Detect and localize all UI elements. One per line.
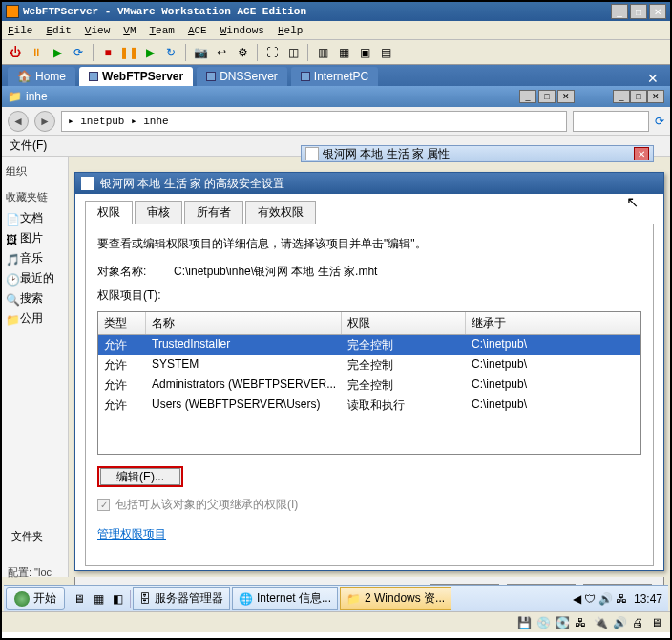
vmware-icon [6, 5, 19, 18]
server-icon: 🗄 [139, 592, 151, 606]
tray-icon[interactable]: 🛡 [584, 592, 596, 606]
outer-close[interactable]: ✕ [647, 90, 664, 103]
sidebar-item-music[interactable]: 🎵音乐 [6, 248, 64, 268]
display-icon[interactable]: 🖥 [651, 616, 664, 629]
printer-icon[interactable]: 🖨 [632, 616, 645, 629]
summary-icon[interactable]: ▦ [334, 43, 353, 62]
search-input[interactable] [573, 111, 649, 132]
adv-titlebar[interactable]: 银河网 本地 生活 家 的高级安全设置 [75, 173, 663, 194]
tab-effective[interactable]: 有效权限 [245, 201, 316, 224]
table-row[interactable]: 允许Administrators (WEBFTPSERVER...完全控制C:\… [98, 375, 640, 395]
unity-icon[interactable]: ◫ [284, 43, 303, 62]
task-iis[interactable]: 🌐Internet 信息... [232, 587, 338, 610]
sidebar-item-recent[interactable]: 🕑最近的 [6, 268, 64, 288]
organize-heading: 组织 [6, 164, 64, 179]
sidebar-icon[interactable]: ▥ [313, 43, 332, 62]
vmware-toolbar: ⏻ ⏸ ▶ ⟳ ■ ❚❚ ▶ ↻ 📷 ↩ ⚙ ⛶ ◫ ▥ ▦ ▣ ▤ [2, 40, 670, 65]
floppy-icon[interactable]: 💽 [556, 616, 569, 629]
table-row[interactable]: 允许SYSTEM完全控制C:\inetpub\ [98, 355, 640, 375]
tab-audit[interactable]: 审核 [135, 201, 182, 224]
stop-icon[interactable]: ■ [98, 43, 117, 62]
task-explorer-group[interactable]: 📁2 Windows 资... [340, 587, 452, 610]
tab-internetpc[interactable]: InternetPC [291, 67, 378, 86]
outer-minimize[interactable]: _ [613, 90, 630, 103]
snapshot-icon[interactable]: 📷 [191, 43, 210, 62]
menu-vm[interactable]: VM [123, 25, 136, 36]
col-inherited[interactable]: 继承于 [466, 312, 640, 334]
tray-icon[interactable]: 🖧 [616, 592, 627, 606]
clock[interactable]: 13:47 [634, 592, 662, 606]
sidebar-item-public[interactable]: 📁公用 [6, 309, 64, 329]
tab-permissions[interactable]: 权限 [85, 201, 133, 224]
forward-button[interactable]: ► [34, 111, 55, 132]
start-button[interactable]: 开始 [6, 587, 65, 610]
col-name[interactable]: 名称 [146, 312, 342, 334]
suspend-icon[interactable]: ⏸ [27, 43, 46, 62]
include-label: 包括可从该对象的父项继承的权限(I) [116, 497, 298, 513]
refresh-icon[interactable]: ⟳ [655, 115, 664, 128]
show-desktop-icon[interactable]: 🖥 [71, 590, 88, 608]
revert-icon[interactable]: ↩ [212, 43, 231, 62]
folder-icon: 📁 [346, 592, 361, 606]
pause-icon[interactable]: ❚❚ [119, 43, 138, 62]
outer-maximize[interactable]: □ [630, 90, 647, 103]
tab-dnsserver[interactable]: DNSServer [197, 67, 287, 86]
hdd-icon[interactable]: 💾 [517, 616, 531, 629]
minimize-button[interactable]: _ [611, 4, 628, 19]
sidebar-item-docs[interactable]: 📄文档 [6, 208, 64, 228]
explorer-title: inhe [26, 90, 519, 103]
back-button[interactable]: ◄ [8, 111, 29, 132]
fullscreen-icon[interactable]: ⛶ [262, 43, 282, 62]
tab-owner[interactable]: 所有者 [184, 201, 243, 224]
tab-home[interactable]: 🏠Home [8, 67, 75, 86]
nic-icon[interactable]: 🖧 [575, 616, 588, 629]
menu-windows[interactable]: Windows [220, 25, 264, 36]
sound-icon[interactable]: 🔊 [613, 616, 626, 629]
quick-icon[interactable]: ▤ [376, 43, 395, 62]
manage-icon[interactable]: ⚙ [233, 43, 252, 62]
include-inherit-checkbox-row: ✓ 包括可从该对象的父项继承的权限(I) [97, 497, 641, 513]
console-icon[interactable]: ▣ [355, 43, 374, 62]
restart-icon[interactable]: ↻ [161, 43, 180, 62]
power-on-icon[interactable]: ▶ [48, 43, 67, 62]
reset-icon[interactable]: ⟳ [69, 43, 88, 62]
properties-dialog-titlebar[interactable]: 银河网 本地 生活 家 属性 ✕ [301, 145, 654, 162]
tab-close-button[interactable]: ✕ [641, 71, 664, 86]
close-button[interactable]: ✕ [649, 4, 666, 19]
windows-taskbar: 开始 🖥 ▦ ◧ 🗄服务器管理器 🌐Internet 信息... 📁2 Wind… [4, 585, 668, 611]
tray-icon[interactable]: 🔊 [598, 592, 613, 606]
menu-file[interactable]: File [8, 25, 32, 36]
edit-button-highlight: 编辑(E)... [97, 466, 183, 487]
menu-ace[interactable]: ACE [188, 25, 207, 36]
sidebar-item-pics[interactable]: 🖼图片 [6, 228, 64, 248]
power-off-icon[interactable]: ⏻ [6, 43, 25, 62]
edit-button[interactable]: 编辑(E)... [100, 468, 180, 485]
menu-team[interactable]: Team [149, 25, 174, 36]
task-server-manager[interactable]: 🗄服务器管理器 [133, 587, 230, 610]
ql-icon[interactable]: ◧ [109, 590, 126, 608]
explorer-close[interactable]: ✕ [557, 90, 575, 103]
col-perm[interactable]: 权限 [342, 312, 466, 334]
sidebar-item-search[interactable]: 🔍搜索 [6, 288, 64, 309]
permissions-table[interactable]: 类型 名称 权限 继承于 允许TrustedInstaller完全控制C:\in… [97, 311, 641, 455]
menu-edit[interactable]: Edit [46, 25, 71, 36]
manage-permissions-link[interactable]: 管理权限项目 [97, 527, 166, 541]
tab-webftpserver[interactable]: WebFTPServer [79, 67, 193, 86]
explorer-nav: ◄ ► ▸ inetpub ▸ inhe ⟳ [2, 107, 670, 136]
breadcrumb[interactable]: ▸ inetpub ▸ inhe [61, 111, 567, 132]
file-menu[interactable]: 文件(F) [10, 138, 47, 154]
explorer-minimize[interactable]: _ [519, 90, 536, 103]
explorer-maximize[interactable]: □ [538, 90, 556, 103]
ql-icon[interactable]: ▦ [90, 590, 107, 608]
play-icon[interactable]: ▶ [140, 43, 159, 62]
menu-help[interactable]: Help [278, 25, 303, 36]
col-type[interactable]: 类型 [98, 312, 146, 334]
cd-icon[interactable]: 💿 [536, 616, 550, 629]
table-row[interactable]: 允许Users (WEBFTPSERVER\Users)读取和执行C:\inet… [98, 395, 640, 416]
properties-close-button[interactable]: ✕ [634, 147, 649, 160]
tray-icon[interactable]: ◀ [573, 592, 581, 606]
maximize-button[interactable]: □ [630, 4, 647, 19]
usb-icon[interactable]: 🔌 [594, 616, 607, 629]
table-row[interactable]: 允许TrustedInstaller完全控制C:\inetpub\ [98, 335, 640, 355]
menu-view[interactable]: View [85, 25, 110, 36]
